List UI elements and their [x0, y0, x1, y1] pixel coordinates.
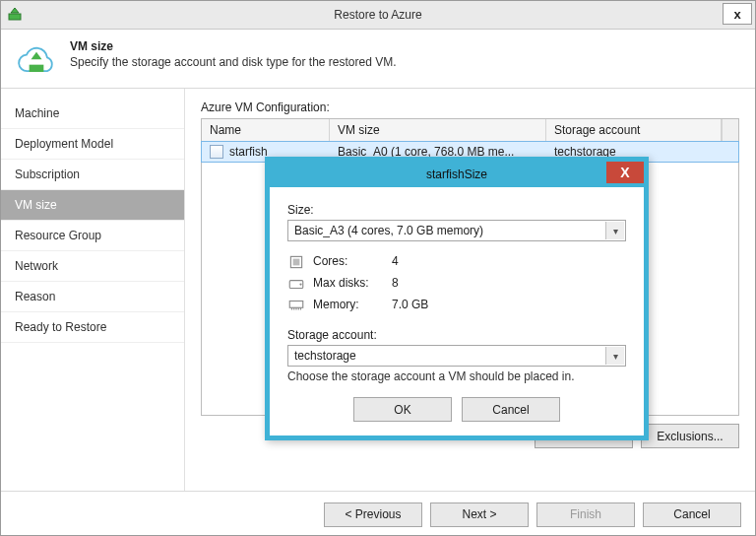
memory-label: Memory: [313, 298, 392, 311]
exclusions-button[interactable]: Exclusions... [641, 424, 739, 448]
vm-icon [210, 145, 223, 159]
grid-scrollbar-head [722, 119, 738, 141]
step-resource-group[interactable]: Resource Group [1, 221, 184, 251]
cores-label: Cores: [313, 254, 392, 268]
storage-account-label: Storage account: [287, 328, 626, 342]
max-disks-value: 8 [392, 276, 399, 290]
svg-point-5 [299, 283, 301, 285]
previous-button[interactable]: < Previous [324, 502, 422, 527]
dialog-close-button[interactable]: X [606, 162, 644, 183]
max-disks-label: Max disks: [313, 276, 392, 290]
wizard-footer: < Previous Next > Finish Cancel [1, 491, 755, 536]
step-deployment-model[interactable]: Deployment Model [1, 129, 184, 160]
chevron-down-icon: ▾ [605, 347, 624, 365]
dialog-cancel-button[interactable]: Cancel [462, 397, 560, 422]
column-vm-size[interactable]: VM size [330, 119, 546, 141]
step-network[interactable]: Network [1, 251, 184, 282]
cores-value: 4 [392, 254, 399, 268]
finish-button: Finish [536, 502, 635, 527]
svg-rect-1 [30, 65, 44, 72]
ok-button[interactable]: OK [353, 397, 452, 422]
chevron-down-icon: ▾ [605, 222, 624, 239]
svg-rect-0 [9, 14, 21, 20]
dialog-title: starfishSize [426, 168, 487, 181]
restore-to-azure-wizard: Restore to Azure x VM size Specify the s… [0, 0, 756, 536]
column-storage-account[interactable]: Storage account [546, 119, 722, 141]
dialog-titlebar: starfishSize X [270, 162, 644, 187]
page-subtitle: Specify the storage account and disk typ… [70, 55, 397, 69]
size-label: Size: [287, 203, 626, 217]
vm-size-dialog: starfishSize X Size: Basic_A3 (4 cores, … [265, 157, 649, 440]
window-close-button[interactable]: x [723, 3, 752, 25]
wizard-steps-sidebar: Machine Deployment Model Subscription VM… [1, 89, 185, 491]
step-subscription[interactable]: Subscription [1, 160, 184, 190]
column-name[interactable]: Name [202, 119, 330, 141]
vm-specs: Cores: 4 Max disks: 8 Memory: 7.0 GB [287, 253, 626, 312]
disk-icon [287, 275, 305, 291]
memory-value: 7.0 GB [392, 298, 428, 311]
cell-name-text: starfish [229, 145, 268, 159]
step-ready-to-restore[interactable]: Ready to Restore [1, 312, 184, 343]
cancel-button[interactable]: Cancel [643, 502, 741, 527]
wizard-header: VM size Specify the storage account and … [1, 30, 755, 89]
storage-account-hint: Choose the storage account a VM should b… [287, 369, 626, 383]
restore-icon [7, 6, 23, 22]
step-vm-size[interactable]: VM size [1, 190, 184, 221]
window-title: Restore to Azure [334, 8, 421, 22]
step-machine[interactable]: Machine [1, 99, 184, 129]
svg-rect-6 [289, 302, 303, 308]
grid-header: Name VM size Storage account [202, 119, 738, 142]
titlebar: Restore to Azure x [1, 1, 755, 30]
step-reason[interactable]: Reason [1, 282, 184, 312]
cloud-upload-icon [15, 39, 58, 83]
cpu-icon [287, 253, 305, 269]
storage-account-value: techstorage [294, 349, 356, 363]
svg-rect-3 [293, 259, 300, 266]
storage-account-select[interactable]: techstorage ▾ [287, 345, 626, 367]
next-button[interactable]: Next > [430, 502, 529, 527]
size-select-value: Basic_A3 (4 cores, 7.0 GB memory) [294, 224, 483, 237]
memory-icon [287, 297, 305, 312]
config-label: Azure VM Configuration: [201, 100, 739, 114]
page-title: VM size [70, 39, 397, 53]
size-select[interactable]: Basic_A3 (4 cores, 7.0 GB memory) ▾ [287, 220, 626, 241]
